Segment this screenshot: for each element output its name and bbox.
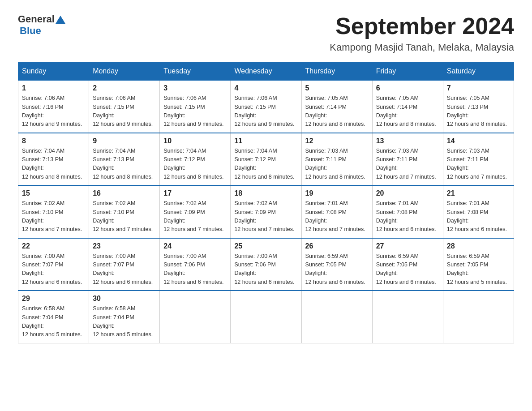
day-number: 6 [376,84,439,92]
day-info: Sunrise: 7:01 AMSunset: 7:08 PMDaylight:… [447,199,510,234]
calendar-cell: 11Sunrise: 7:04 AMSunset: 7:12 PMDayligh… [231,133,301,186]
day-info: Sunrise: 7:05 AMSunset: 7:13 PMDaylight:… [447,94,510,129]
calendar-cell: 27Sunrise: 6:59 AMSunset: 7:05 PMDayligh… [372,238,443,291]
day-number: 17 [163,189,227,197]
calendar-cell [443,291,514,343]
day-number: 16 [93,189,156,197]
calendar-cell: 22Sunrise: 7:00 AMSunset: 7:07 PMDayligh… [18,238,89,291]
day-number: 9 [93,137,156,145]
day-number: 30 [93,295,156,303]
day-number: 23 [93,242,156,250]
calendar-cell: 10Sunrise: 7:04 AMSunset: 7:12 PMDayligh… [160,133,231,186]
calendar-cell: 26Sunrise: 6:59 AMSunset: 7:05 PMDayligh… [301,238,372,291]
day-info: Sunrise: 6:58 AMSunset: 7:04 PMDaylight:… [22,304,85,339]
col-header-friday: Friday [372,63,443,81]
day-info: Sunrise: 7:04 AMSunset: 7:12 PMDaylight:… [234,147,297,182]
day-info: Sunrise: 7:06 AMSunset: 7:16 PMDaylight:… [22,94,85,129]
calendar-cell: 28Sunrise: 6:59 AMSunset: 7:05 PMDayligh… [443,238,514,291]
day-number: 28 [447,242,510,250]
day-number: 18 [234,189,297,197]
calendar-cell [231,291,301,343]
day-info: Sunrise: 7:04 AMSunset: 7:13 PMDaylight:… [93,147,156,182]
calendar-cell: 20Sunrise: 7:01 AMSunset: 7:08 PMDayligh… [372,185,443,238]
day-info: Sunrise: 7:01 AMSunset: 7:08 PMDaylight:… [376,199,439,234]
calendar-cell: 15Sunrise: 7:02 AMSunset: 7:10 PMDayligh… [18,185,89,238]
calendar-cell: 2Sunrise: 7:06 AMSunset: 7:15 PMDaylight… [89,80,160,133]
day-info: Sunrise: 7:06 AMSunset: 7:15 PMDaylight:… [93,94,156,129]
day-info: Sunrise: 7:02 AMSunset: 7:09 PMDaylight:… [234,199,297,234]
svg-marker-0 [56,16,65,24]
day-number: 22 [22,242,85,250]
logo: General Blue [18,13,65,37]
day-number: 8 [22,137,85,145]
col-header-wednesday: Wednesday [231,63,301,81]
col-header-tuesday: Tuesday [160,63,231,81]
calendar-cell: 19Sunrise: 7:01 AMSunset: 7:08 PMDayligh… [301,185,372,238]
day-info: Sunrise: 7:05 AMSunset: 7:14 PMDaylight:… [376,94,439,129]
day-number: 14 [447,137,510,145]
day-number: 24 [163,242,227,250]
calendar-week-row: 15Sunrise: 7:02 AMSunset: 7:10 PMDayligh… [18,185,514,238]
calendar-cell [301,291,372,343]
day-info: Sunrise: 7:01 AMSunset: 7:08 PMDaylight:… [305,199,369,234]
calendar-header-row: SundayMondayTuesdayWednesdayThursdayFrid… [18,63,514,81]
day-info: Sunrise: 7:00 AMSunset: 7:07 PMDaylight:… [93,252,156,287]
day-info: Sunrise: 7:04 AMSunset: 7:13 PMDaylight:… [22,147,85,182]
day-number: 10 [163,137,227,145]
day-info: Sunrise: 7:06 AMSunset: 7:15 PMDaylight:… [234,94,297,129]
day-number: 7 [447,84,510,92]
title-section: September 2024 Kampong Masjid Tanah, Mel… [330,13,514,53]
calendar-cell: 5Sunrise: 7:05 AMSunset: 7:14 PMDaylight… [301,80,372,133]
day-info: Sunrise: 6:58 AMSunset: 7:04 PMDaylight:… [93,304,156,339]
logo-blue: Blue [19,25,41,37]
calendar-cell: 13Sunrise: 7:03 AMSunset: 7:11 PMDayligh… [372,133,443,186]
calendar-cell: 8Sunrise: 7:04 AMSunset: 7:13 PMDaylight… [18,133,89,186]
calendar-week-row: 29Sunrise: 6:58 AMSunset: 7:04 PMDayligh… [18,291,514,343]
day-number: 27 [376,242,439,250]
day-info: Sunrise: 7:03 AMSunset: 7:11 PMDaylight:… [447,147,510,182]
calendar-cell: 1Sunrise: 7:06 AMSunset: 7:16 PMDaylight… [18,80,89,133]
calendar-cell: 29Sunrise: 6:58 AMSunset: 7:04 PMDayligh… [18,291,89,343]
logo-icon [56,15,65,25]
calendar-cell: 14Sunrise: 7:03 AMSunset: 7:11 PMDayligh… [443,133,514,186]
calendar-cell: 21Sunrise: 7:01 AMSunset: 7:08 PMDayligh… [443,185,514,238]
col-header-saturday: Saturday [443,63,514,81]
calendar-cell: 6Sunrise: 7:05 AMSunset: 7:14 PMDaylight… [372,80,443,133]
calendar-cell: 7Sunrise: 7:05 AMSunset: 7:13 PMDaylight… [443,80,514,133]
day-info: Sunrise: 7:02 AMSunset: 7:10 PMDaylight:… [93,199,156,234]
calendar-cell: 30Sunrise: 6:58 AMSunset: 7:04 PMDayligh… [89,291,160,343]
calendar-week-row: 1Sunrise: 7:06 AMSunset: 7:16 PMDaylight… [18,80,514,133]
page-header: General Blue September 2024 Kampong Masj… [18,13,514,53]
day-number: 25 [234,242,297,250]
month-title: September 2024 [330,13,514,39]
calendar-cell: 24Sunrise: 7:00 AMSunset: 7:06 PMDayligh… [160,238,231,291]
day-number: 1 [22,84,85,92]
day-info: Sunrise: 7:03 AMSunset: 7:11 PMDaylight:… [376,147,439,182]
day-info: Sunrise: 6:59 AMSunset: 7:05 PMDaylight:… [447,252,510,287]
day-info: Sunrise: 7:00 AMSunset: 7:07 PMDaylight:… [22,252,85,287]
day-number: 3 [163,84,227,92]
day-info: Sunrise: 6:59 AMSunset: 7:05 PMDaylight:… [376,252,439,287]
day-info: Sunrise: 7:02 AMSunset: 7:09 PMDaylight:… [163,199,227,234]
location-title: Kampong Masjid Tanah, Melaka, Malaysia [330,42,514,53]
calendar-cell [160,291,231,343]
calendar-cell: 23Sunrise: 7:00 AMSunset: 7:07 PMDayligh… [89,238,160,291]
col-header-monday: Monday [89,63,160,81]
day-number: 21 [447,189,510,197]
day-number: 5 [305,84,369,92]
day-info: Sunrise: 7:06 AMSunset: 7:15 PMDaylight:… [163,94,227,129]
day-number: 20 [376,189,439,197]
calendar-cell: 16Sunrise: 7:02 AMSunset: 7:10 PMDayligh… [89,185,160,238]
day-number: 19 [305,189,369,197]
calendar-cell: 18Sunrise: 7:02 AMSunset: 7:09 PMDayligh… [231,185,301,238]
col-header-thursday: Thursday [301,63,372,81]
day-info: Sunrise: 7:02 AMSunset: 7:10 PMDaylight:… [22,199,85,234]
calendar-cell: 9Sunrise: 7:04 AMSunset: 7:13 PMDaylight… [89,133,160,186]
day-info: Sunrise: 6:59 AMSunset: 7:05 PMDaylight:… [305,252,369,287]
logo-general: General [18,13,55,25]
day-number: 13 [376,137,439,145]
day-number: 12 [305,137,369,145]
calendar-cell: 12Sunrise: 7:03 AMSunset: 7:11 PMDayligh… [301,133,372,186]
calendar-table: SundayMondayTuesdayWednesdayThursdayFrid… [18,62,514,343]
day-number: 2 [93,84,156,92]
